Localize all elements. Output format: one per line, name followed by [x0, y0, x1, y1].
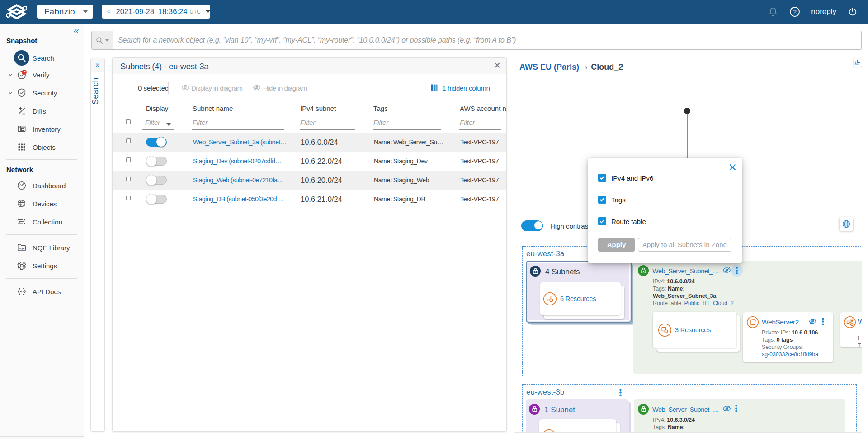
svg-text:?: ?: [793, 9, 797, 15]
svg-text:NQE: NQE: [19, 247, 25, 250]
